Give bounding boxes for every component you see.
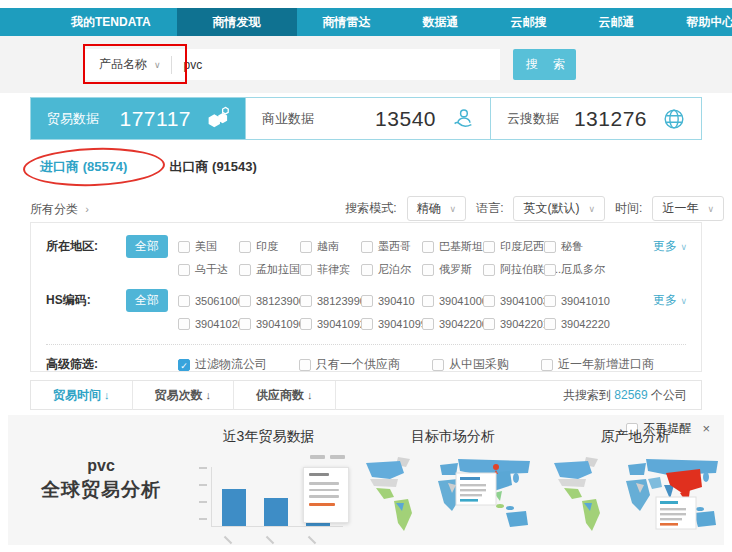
hs-code-checkbox[interactable]: 39041000 [422,295,483,307]
checkbox-icon [300,264,312,276]
checkbox-icon [299,359,311,371]
stat-label: 云搜数据 [507,110,559,128]
hs-code-checkbox[interactable]: 39041099 [361,318,422,330]
region-filter-row-2: 乌干达 孟加拉国 菲律宾 尼泊尔 俄罗斯 阿拉伯联合... 厄瓜多尔 [31,258,701,281]
trade-analysis-panel: 不再提醒 × pvc 全球贸易分析 近3年贸易数据 目标市场分析 原产地分析 [8,415,724,545]
checkbox-icon [178,318,190,330]
advanced-checkbox-new-importers[interactable]: 近一年新增进口商 [541,356,654,373]
section-title-origin-analysis: 原产地分析 [548,428,723,446]
chevron-down-icon: ∨ [588,204,595,214]
mini-bar-chart[interactable] [191,451,349,543]
advanced-checkbox-single-supplier[interactable]: 只有一个供应商 [299,356,400,373]
hs-code-checkbox[interactable]: 39041090 [239,318,300,330]
stat-cloud-search-data[interactable]: 云搜数据 131276 [491,98,701,139]
language-label: 语言: [476,200,503,217]
checkbox-icon [239,241,251,253]
checkbox-icon [483,318,495,330]
checkbox-icon [178,241,190,253]
language-select[interactable]: 英文(默认) ∨ [513,196,605,221]
tab-exporters[interactable]: 出口商 (91543) [169,158,256,176]
region-checkbox[interactable]: 印度尼西亚 [483,239,544,254]
bar-year-1 [222,489,246,526]
chevron-down-icon: ∨ [154,60,161,70]
region-checkbox[interactable]: 巴基斯坦 [422,239,483,254]
hs-code-checkbox[interactable]: 39041010 [544,295,605,307]
nav-item-cloud-mail-search[interactable]: 云邮搜 [485,8,573,36]
sort-by-trade-count[interactable]: 贸易次数↓ [133,381,235,410]
map-tooltip [456,473,496,505]
search-category-label: 产品名称 [99,56,147,73]
region-checkbox[interactable]: 厄瓜多尔 [544,262,605,277]
hs-code-checkbox[interactable]: 39041020 [178,318,239,330]
checkbox-icon [422,295,434,307]
stat-business-data[interactable]: 商业数据 13540 [246,98,491,139]
region-checkbox[interactable]: 秘鲁 [544,239,605,254]
region-checkbox[interactable]: 美国 [178,239,239,254]
region-checkbox[interactable]: 菲律宾 [300,262,361,277]
hs-code-checkbox[interactable]: 39042220 [544,318,605,330]
hs-all-button[interactable]: 全部 [126,289,168,312]
customer-icon [450,106,476,132]
region-checkbox[interactable]: 尼泊尔 [361,262,422,277]
search-button[interactable]: 搜 索 [513,49,576,80]
hs-code-checkbox[interactable]: 390410 [361,295,422,307]
checkbox-icon [239,264,251,276]
search-input[interactable]: pvc [172,58,500,72]
arrow-down-icon: ↓ [104,389,110,401]
nav-item-business-radar[interactable]: 商情雷达 [297,8,397,36]
region-checkbox[interactable]: 孟加拉国 [239,262,300,277]
hs-code-checkbox[interactable]: 38123990 [300,295,361,307]
checkbox-icon [300,241,312,253]
sort-by-trade-time[interactable]: 贸易时间↓ [31,381,133,410]
sort-by-supplier-count[interactable]: 供应商数↓ [234,381,336,410]
region-more-link[interactable]: 更多 ∨ [653,238,701,255]
dotted-divider [46,344,686,345]
region-checkbox[interactable]: 俄罗斯 [422,262,483,277]
hs-code-checkbox[interactable]: 39041092 [300,318,361,330]
nav-item-my-tendata[interactable]: 我的TENDATA [45,8,177,36]
stat-label: 商业数据 [262,110,314,128]
nav-item-business-discovery[interactable]: 商情发现 [177,8,297,36]
filters-panel: 所在地区: 全部 美国 印度 越南 墨西哥 巴基斯坦 印度尼西亚 秘鲁 更多 ∨… [30,222,702,372]
region-filter-row-1: 所在地区: 全部 美国 印度 越南 墨西哥 巴基斯坦 印度尼西亚 秘鲁 更多 ∨ [31,235,701,258]
nav-item-help-center[interactable]: 帮助中心 [661,8,732,36]
tab-importers[interactable]: 进口商 (85574) [40,158,127,176]
checkbox-icon [544,264,556,276]
hs-code-checkbox[interactable]: 39041003 [483,295,544,307]
analysis-subtitle: 全球贸易分析 [26,477,176,503]
region-checkbox[interactable]: 乌干达 [178,262,239,277]
stat-trade-data[interactable]: 贸易数据 177117 [31,98,246,139]
search-mode-select[interactable]: 精确 ∨ [407,196,467,221]
filter-options-bar: 所有分类 › 搜索模式: 精确 ∨ 语言: 英文(默认) ∨ 时间: 近一年 ∨ [0,196,732,222]
region-checkbox[interactable]: 印度 [239,239,300,254]
search-category-dropdown[interactable]: 产品名称 ∨ [85,49,171,80]
checkbox-icon [178,295,190,307]
nav-item-data-pass[interactable]: 数据通 [397,8,485,36]
search-result-count: 共搜索到 82569 个公司 [563,387,701,404]
checkbox-icon [544,295,556,307]
arrow-down-icon: ↓ [307,389,313,401]
nav-item-cloud-mail-pass[interactable]: 云邮通 [573,8,661,36]
hs-more-link[interactable]: 更多 ∨ [653,292,701,309]
time-select[interactable]: 近一年 ∨ [652,196,724,221]
caret-right-icon: › [85,203,89,215]
origin-analysis-map[interactable] [548,453,732,547]
stat-label: 贸易数据 [47,110,99,128]
checkbox-icon [422,241,434,253]
target-market-map[interactable] [360,453,545,547]
all-categories-link[interactable]: 所有分类 › [30,201,89,218]
hs-code-checkbox[interactable]: 35061000 [178,295,239,307]
region-checkbox[interactable]: 越南 [300,239,361,254]
search-mode-value: 精确 [417,200,441,217]
region-all-button[interactable]: 全部 [126,235,168,258]
region-checkbox[interactable]: 墨西哥 [361,239,422,254]
all-categories-label: 所有分类 [30,202,78,216]
hs-code-label: HS编码: [46,292,126,309]
section-title-3yr-trade-data: 近3年贸易数据 [186,428,351,446]
advanced-checkbox-buy-from-china[interactable]: 从中国采购 [432,356,509,373]
hs-code-checkbox[interactable]: 38123900 [239,295,300,307]
hs-code-checkbox[interactable]: 39042200 [422,318,483,330]
hs-code-checkbox[interactable]: 39042201 [483,318,544,330]
region-checkbox[interactable]: 阿拉伯联合... [483,262,544,277]
advanced-checkbox-filter-logistics[interactable]: ✓ 过滤物流公司 [178,356,267,373]
